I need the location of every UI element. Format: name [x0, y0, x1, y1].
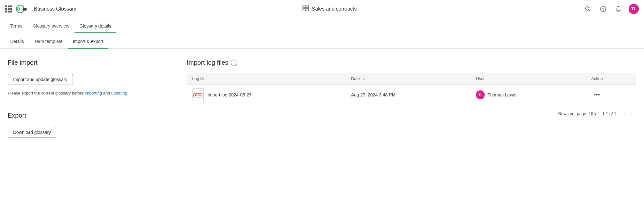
next-page-button[interactable]: ›: [628, 109, 634, 118]
row-more-button[interactable]: •••: [591, 90, 602, 100]
app-title: Business Glossary: [34, 6, 76, 12]
table-header-row: Log file Date ⇅ User Action: [187, 73, 636, 85]
nav-center: Sales and contracts: [80, 4, 579, 13]
log-files-header: Import log files i: [187, 59, 636, 66]
page-nav: ‹ ›: [621, 109, 634, 118]
pagination: Rows per page: 10 ∨ 1-1 of 1 ‹ ›: [187, 105, 636, 121]
chevron-down-icon: ∨: [594, 111, 597, 116]
json-file-icon: JSON: [192, 88, 204, 101]
prev-page-button[interactable]: ‹: [621, 109, 627, 118]
help-button[interactable]: ?: [598, 4, 608, 14]
rows-per-page: Rows per page: 10 ∨: [558, 111, 597, 116]
sort-date-icon: ⇅: [362, 77, 365, 81]
top-nav: Q lik Business Glossary Sales and contra…: [0, 0, 644, 18]
svg-rect-4: [306, 5, 309, 8]
log-file-cell: JSON Import log 2024-08-27: [187, 85, 346, 105]
svg-rect-3: [303, 5, 305, 8]
export-section: Export Download glossary: [8, 112, 174, 138]
log-date-cell: Aug 27, 2024 3:48 PM: [346, 85, 471, 105]
tab-term-template[interactable]: Term template: [29, 35, 68, 49]
svg-rect-6: [306, 8, 309, 11]
rows-per-page-label: Rows per page:: [558, 111, 587, 116]
log-action-cell: •••: [586, 85, 636, 105]
col-log-file: Log file: [187, 73, 346, 85]
svg-text:lik: lik: [23, 7, 27, 11]
export-title: Export: [8, 112, 174, 119]
table-row: JSON Import log 2024-08-27 Aug 27, 2024 …: [187, 85, 636, 105]
right-panel: Import log files i Log file Date ⇅ User …: [187, 59, 636, 202]
main-content: File import Import and update glossary P…: [0, 49, 644, 212]
user-avatar[interactable]: TL: [629, 4, 639, 14]
grid-menu-icon[interactable]: [5, 5, 12, 12]
svg-text:Q: Q: [17, 6, 20, 11]
left-panel: File import Import and update glossary P…: [8, 59, 174, 202]
log-user-cell: TL Thomas Lewis: [471, 85, 586, 105]
search-button[interactable]: [583, 4, 593, 14]
tab-terms[interactable]: Terms: [5, 20, 27, 33]
col-date[interactable]: Date ⇅: [346, 73, 471, 85]
col-action: Action: [586, 73, 636, 85]
importing-link[interactable]: importing: [85, 91, 102, 95]
file-import-title: File import: [8, 59, 174, 66]
log-file-name: Import log 2024-08-27: [208, 92, 252, 97]
import-info-text: Please export the current glossary befor…: [8, 90, 174, 96]
svg-text:?: ?: [602, 7, 604, 11]
col-user: User: [471, 73, 586, 85]
import-glossary-button[interactable]: Import and update glossary: [8, 74, 73, 85]
context-icon: [302, 4, 309, 13]
log-table: Log file Date ⇅ User Action JS: [187, 73, 636, 105]
nav-right: ? TL: [583, 4, 639, 14]
notifications-button[interactable]: [613, 4, 624, 14]
user-name: Thomas Lewis: [487, 92, 516, 97]
tab-details[interactable]: Details: [5, 35, 29, 49]
tab-glossary-overview[interactable]: Glossary overview: [27, 20, 74, 33]
download-glossary-button[interactable]: Download glossary: [8, 127, 56, 138]
tab-import-export[interactable]: Import & export: [68, 35, 109, 49]
tab-glossary-details[interactable]: Glossary details: [75, 20, 117, 33]
svg-line-10: [589, 10, 590, 11]
log-files-title: Import log files: [187, 59, 228, 66]
user-avatar-small: TL: [476, 90, 485, 99]
qlik-logo-svg: Q lik: [16, 4, 31, 13]
secondary-tabs: Details Term template Import & export: [0, 33, 644, 49]
primary-tabs: Terms Glossary overview Glossary details: [0, 18, 644, 33]
page-info: 1-1 of 1: [602, 111, 616, 116]
svg-rect-5: [303, 8, 305, 11]
log-files-info-icon[interactable]: i: [231, 60, 237, 66]
updating-link[interactable]: updating: [111, 91, 127, 95]
logo: Q lik Business Glossary: [16, 4, 76, 13]
rows-per-page-select[interactable]: 10 ∨: [589, 111, 597, 116]
context-title: Sales and contracts: [312, 6, 357, 12]
